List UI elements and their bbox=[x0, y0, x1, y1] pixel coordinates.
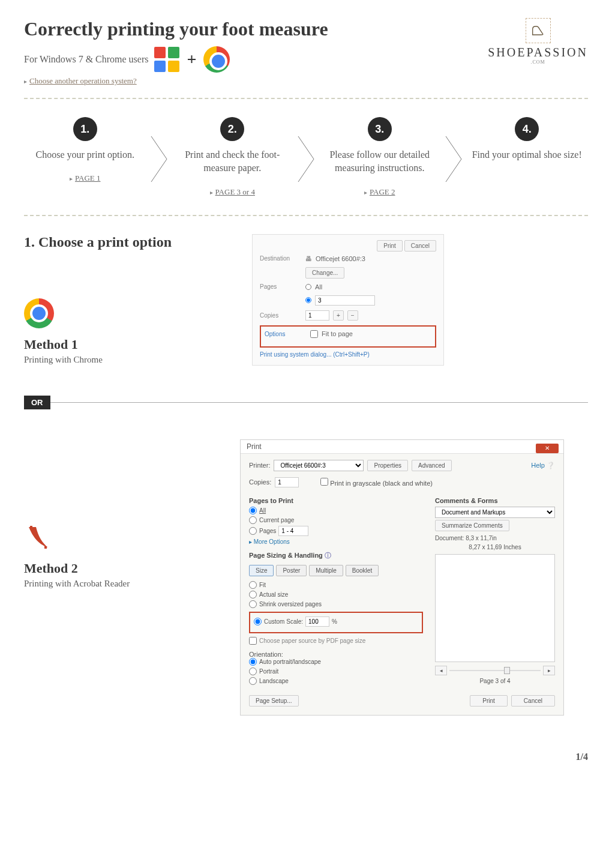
pages-label: Pages bbox=[260, 283, 302, 290]
document-size: Document: 8,3 x 11,7in bbox=[435, 535, 555, 541]
page-title: Correctly printing your foot measure bbox=[24, 18, 488, 40]
properties-button[interactable]: Properties bbox=[367, 460, 408, 471]
portrait-label: Portrait bbox=[259, 668, 278, 675]
change-button[interactable]: Change... bbox=[305, 267, 344, 279]
actual-size-radio[interactable] bbox=[249, 591, 257, 598]
printer-select[interactable]: Officejet 6600#:3 bbox=[274, 460, 364, 471]
caret-right-icon: ▸ bbox=[210, 189, 213, 196]
step-text: Find your optimal shoe size! bbox=[466, 148, 589, 161]
prev-page-button[interactable]: ◂ bbox=[435, 666, 447, 675]
windows-logo-icon bbox=[154, 46, 180, 73]
caret-right-icon: ▸ bbox=[364, 189, 367, 196]
step-badge: 2. bbox=[220, 117, 244, 141]
copies-input[interactable] bbox=[305, 310, 329, 321]
choose-os-link[interactable]: Choose another operation system? bbox=[29, 76, 137, 86]
step-link[interactable]: PAGE 2 bbox=[370, 187, 395, 196]
all-radio[interactable] bbox=[249, 507, 257, 514]
custom-scale-input[interactable] bbox=[305, 616, 329, 627]
auto-orientation-radio[interactable] bbox=[249, 658, 257, 666]
copies-label: Copies bbox=[260, 312, 302, 319]
portrait-radio[interactable] bbox=[249, 668, 257, 675]
step-link[interactable]: PAGE 3 or 4 bbox=[215, 187, 255, 196]
shrink-radio[interactable] bbox=[249, 600, 257, 608]
sizing-title: Page Sizing & Handling bbox=[249, 552, 323, 559]
acrobat-logo-icon bbox=[24, 523, 53, 552]
tab-size[interactable]: Size bbox=[249, 565, 274, 576]
pages-radio[interactable] bbox=[249, 527, 257, 535]
method-icon bbox=[24, 523, 204, 555]
step-badge: 3. bbox=[368, 117, 392, 141]
header-left: Correctly printing your foot measure For… bbox=[24, 18, 488, 86]
method-desc: Printing with Chrome bbox=[24, 355, 204, 365]
comments-select[interactable]: Document and Markups bbox=[435, 507, 555, 518]
copies-plus-button[interactable]: + bbox=[333, 310, 344, 321]
step-4: 4. Find your optimal shoe size! bbox=[466, 117, 589, 172]
advanced-button[interactable]: Advanced bbox=[412, 460, 451, 471]
page-slider[interactable] bbox=[449, 670, 541, 671]
pages-input[interactable] bbox=[315, 295, 375, 306]
close-icon[interactable]: ✕ bbox=[536, 444, 559, 453]
comments-forms-title: Comments & Forms bbox=[435, 497, 555, 504]
fit-radio[interactable] bbox=[249, 581, 257, 589]
method-name: Method 1 bbox=[24, 337, 204, 352]
help-link[interactable]: Help ❔ bbox=[531, 462, 555, 469]
cancel-button[interactable]: Cancel bbox=[511, 695, 555, 707]
copies-input[interactable] bbox=[275, 477, 299, 487]
help-icon: ❔ bbox=[547, 462, 555, 469]
caret-right-icon: ▸ bbox=[70, 175, 73, 182]
or-separator: OR bbox=[24, 396, 588, 409]
method-name: Method 2 bbox=[24, 561, 204, 576]
print-button[interactable]: Print bbox=[377, 240, 403, 252]
brand-sub: .COM bbox=[488, 59, 588, 65]
pages-specific-radio[interactable] bbox=[305, 297, 311, 303]
printer-label: Printer: bbox=[249, 462, 270, 469]
printer-icon: 🖶 bbox=[305, 255, 312, 262]
preview-size: 8,27 x 11,69 Inches bbox=[435, 544, 555, 550]
system-dialog-link[interactable]: Print using system dialog... (Ctrl+Shift… bbox=[260, 351, 436, 358]
subtitle: For Windows 7 & Chrome users bbox=[24, 54, 149, 65]
section-method-1: 1. Choose a print option Method 1 Printi… bbox=[24, 234, 588, 366]
chrome-logo-icon bbox=[203, 46, 230, 73]
page-setup-button[interactable]: Page Setup... bbox=[249, 695, 299, 707]
fit-to-page-checkbox[interactable] bbox=[310, 330, 318, 338]
pages-range-input[interactable] bbox=[278, 526, 308, 536]
tab-multiple[interactable]: Multiple bbox=[309, 565, 343, 576]
current-page-label: Current page bbox=[259, 517, 294, 523]
more-options-link[interactable]: More Options bbox=[254, 538, 290, 545]
acrobat-print-dialog: ✕ Print Printer: Officejet 6600#:3 Prope… bbox=[240, 439, 564, 716]
all-label: All bbox=[259, 507, 266, 514]
summarize-button[interactable]: Summarize Comments bbox=[435, 520, 509, 531]
step-2: 2. Print and check the foot-measure pape… bbox=[172, 117, 294, 197]
step-text: Choose your print option. bbox=[24, 148, 146, 161]
pages-label: Pages bbox=[259, 528, 276, 534]
landscape-label: Landscape bbox=[259, 678, 289, 684]
shoe-icon bbox=[526, 18, 551, 43]
actual-size-label: Actual size bbox=[259, 591, 288, 598]
or-line bbox=[50, 402, 589, 403]
choose-paper-checkbox[interactable] bbox=[249, 637, 257, 645]
step-badge: 1. bbox=[73, 117, 97, 141]
pages-to-print-title: Pages to Print bbox=[249, 497, 423, 504]
or-badge: OR bbox=[24, 396, 50, 409]
pages-all-radio[interactable] bbox=[305, 284, 311, 290]
section-left: Method 2 Printing with Acrobat Reader bbox=[24, 439, 204, 716]
print-button[interactable]: Print bbox=[470, 695, 508, 707]
next-page-button[interactable]: ▸ bbox=[543, 666, 555, 675]
grayscale-label: Print in grayscale (black and white) bbox=[330, 480, 433, 487]
custom-scale-label: Custom Scale: bbox=[264, 618, 303, 625]
subtitle-row: For Windows 7 & Chrome users + bbox=[24, 46, 488, 73]
step-3: 3. Please follow our detailed measuring … bbox=[319, 117, 441, 197]
step-link[interactable]: PAGE 1 bbox=[75, 173, 101, 182]
custom-scale-radio[interactable] bbox=[254, 618, 262, 625]
copies-minus-button[interactable]: − bbox=[347, 310, 358, 321]
grayscale-checkbox[interactable] bbox=[320, 478, 328, 486]
current-page-radio[interactable] bbox=[249, 516, 257, 524]
caret-right-icon: ▸ bbox=[24, 78, 27, 85]
highlight-box: Custom Scale: % bbox=[249, 612, 423, 633]
cancel-button[interactable]: Cancel bbox=[404, 240, 436, 252]
section-right: ✕ Print Printer: Officejet 6600#:3 Prope… bbox=[228, 439, 588, 716]
tab-booklet[interactable]: Booklet bbox=[346, 565, 379, 576]
tab-poster[interactable]: Poster bbox=[276, 565, 307, 576]
landscape-radio[interactable] bbox=[249, 677, 257, 685]
fit-to-page-label: Fit to page bbox=[322, 330, 353, 337]
